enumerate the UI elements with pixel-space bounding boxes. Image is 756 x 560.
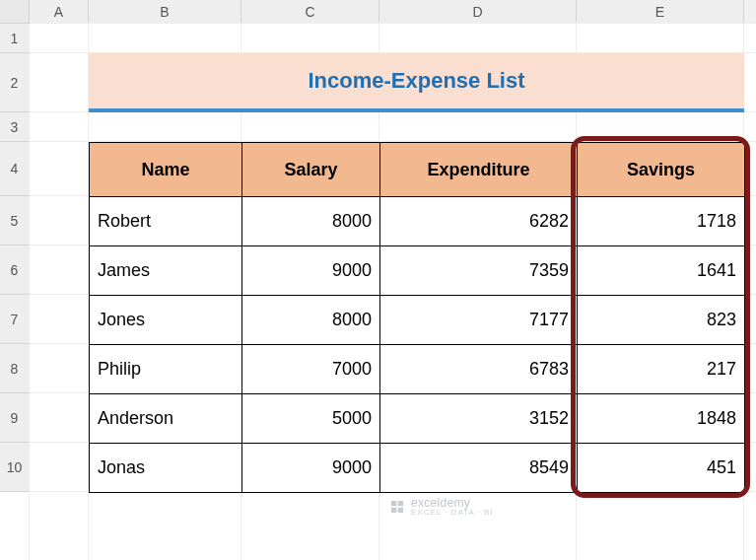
column-header-A[interactable]: A [30, 0, 89, 23]
data-table: NameSalaryExpenditureSavings Robert80006… [89, 142, 745, 493]
cell-name[interactable]: Jonas [90, 444, 242, 493]
cell-savings[interactable]: 1718 [578, 197, 745, 246]
row-header-8[interactable]: 8 [0, 344, 29, 393]
cell-expenditure[interactable]: 6783 [380, 345, 578, 394]
table-body: Robert800062821718James900073591641Jones… [90, 197, 745, 493]
cell-salary[interactable]: 7000 [242, 345, 380, 394]
table-row: Anderson500031521848 [90, 394, 745, 444]
row-header-1[interactable]: 1 [0, 24, 29, 53]
cell-name[interactable]: Philip [90, 345, 242, 394]
cell-expenditure[interactable]: 8549 [380, 444, 578, 493]
row-header-5[interactable]: 5 [0, 196, 29, 245]
cell-savings[interactable]: 217 [578, 345, 745, 394]
table-row: Philip70006783217 [90, 345, 745, 394]
table-header-row: NameSalaryExpenditureSavings [90, 143, 745, 197]
row-header-9[interactable]: 9 [0, 393, 29, 443]
cell-expenditure[interactable]: 7177 [380, 296, 578, 345]
select-all-corner[interactable] [0, 0, 30, 23]
column-header-savings[interactable]: Savings [578, 143, 745, 197]
column-header-E[interactable]: E [577, 0, 744, 23]
sheet-body: Income-Expense List NameSalaryExpenditur… [30, 24, 756, 560]
cell-salary[interactable]: 9000 [242, 246, 380, 296]
cell-savings[interactable]: 1641 [578, 246, 745, 296]
page-title-text: Income-Expense List [308, 68, 524, 94]
column-header-name[interactable]: Name [90, 143, 242, 197]
watermark-icon [389, 499, 405, 515]
spreadsheet-shell: ABCDE 12345678910 Income-Expense List Na… [0, 0, 756, 560]
cell-name[interactable]: Jones [90, 296, 242, 345]
column-headers: ABCDE [0, 0, 756, 24]
row-header-7[interactable]: 7 [0, 295, 29, 344]
row-header-10[interactable]: 10 [0, 443, 29, 492]
cell-name[interactable]: Robert [90, 197, 242, 246]
cell-expenditure[interactable]: 3152 [380, 394, 578, 444]
row-header-2[interactable]: 2 [0, 53, 29, 112]
column-header-salary[interactable]: Salary [242, 143, 380, 197]
row-header-6[interactable]: 6 [0, 245, 29, 295]
table-row: Robert800062821718 [90, 197, 745, 246]
cell-name[interactable]: James [90, 246, 242, 296]
row-header-3[interactable]: 3 [0, 112, 29, 142]
cell-salary[interactable]: 9000 [242, 444, 380, 493]
cell-expenditure[interactable]: 7359 [380, 246, 578, 296]
watermark: exceldemy EXCEL · DATA · BI [389, 496, 494, 517]
cell-savings[interactable]: 1848 [578, 394, 745, 444]
column-header-D[interactable]: D [379, 0, 577, 23]
row-header-4[interactable]: 4 [0, 142, 29, 196]
page-title: Income-Expense List [89, 53, 744, 112]
table-row: Jonas90008549451 [90, 444, 745, 493]
cell-salary[interactable]: 8000 [242, 296, 380, 345]
cell-expenditure[interactable]: 6282 [380, 197, 578, 246]
cell-savings[interactable]: 451 [578, 444, 745, 493]
cell-name[interactable]: Anderson [90, 394, 242, 444]
cell-salary[interactable]: 8000 [242, 197, 380, 246]
column-header-C[interactable]: C [241, 0, 379, 23]
row-headers: 12345678910 [0, 24, 30, 492]
table-row: Jones80007177823 [90, 296, 745, 345]
cell-savings[interactable]: 823 [578, 296, 745, 345]
column-header-B[interactable]: B [89, 0, 241, 23]
watermark-sub: EXCEL · DATA · BI [411, 508, 494, 517]
table-row: James900073591641 [90, 246, 745, 296]
cell-salary[interactable]: 5000 [242, 394, 380, 444]
column-header-expenditure[interactable]: Expenditure [380, 143, 578, 197]
